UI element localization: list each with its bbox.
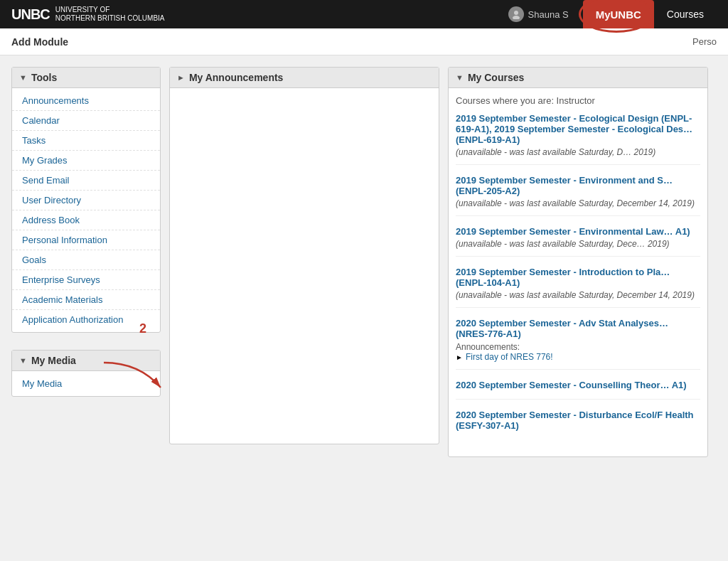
course-link-5[interactable]: 2020 September Semester - Adv Stat Analy… [456, 318, 700, 339]
logo-line1: UNIVERSITY OF [55, 6, 165, 14]
top-navigation: UNBC UNIVERSITY OF NORTHERN BRITISH COLU… [0, 0, 728, 28]
course-unavailable-4: (unavailable - was last available Saturd… [456, 290, 695, 300]
course-item-1: 2019 September Semester - Ecological Des… [456, 113, 700, 165]
tools-item-address-book[interactable]: Address Book [12, 210, 160, 230]
my-media-panel-title: My Media [31, 355, 76, 366]
tools-panel-title: Tools [31, 72, 57, 83]
course-item-5: 2020 September Semester - Adv Stat Analy… [456, 318, 700, 370]
tools-link-user-directory[interactable]: User Directory [12, 191, 160, 210]
course-unavailable-2: (unavailable - was last available Saturd… [456, 198, 695, 208]
course-link-3[interactable]: 2019 September Semester - Environmental … [456, 226, 700, 237]
tools-link-my-grades[interactable]: My Grades [12, 151, 160, 170]
tools-item-announcements[interactable]: Announcements [12, 91, 160, 111]
course-item-4: 2019 September Semester - Introduction t… [456, 267, 700, 308]
tools-item-application-authorization[interactable]: Application Authorization [12, 310, 160, 329]
announcements-body [170, 88, 439, 444]
my-media-panel-header: ▼ My Media [12, 351, 160, 371]
annotation-2-number: 2 [139, 321, 146, 336]
user-name: Shauna S [528, 9, 569, 20]
left-column: ▼ Tools Announcements Calendar Tasks My … [11, 67, 161, 397]
tools-link-announcements[interactable]: Announcements [12, 91, 160, 110]
tools-link-personal-information[interactable]: Personal Information [12, 230, 160, 250]
courses-collapse-arrow[interactable]: ▼ [456, 73, 464, 82]
course-item-6: 2020 September Semester - Counselling Th… [456, 380, 700, 400]
course-link-1[interactable]: 2019 September Semester - Ecological Des… [456, 113, 700, 145]
course-announcement-link-5[interactable]: First day of NRES 776! [466, 352, 553, 362]
main-content: ▼ Tools Announcements Calendar Tasks My … [0, 55, 728, 469]
tools-item-user-directory[interactable]: User Directory [12, 191, 160, 210]
tools-list: Announcements Calendar Tasks My Grades S… [12, 88, 160, 332]
svg-point-1 [513, 16, 520, 19]
course-link-7[interactable]: 2020 September Semester - Disturbance Ec… [456, 410, 700, 431]
tools-link-academic-materials[interactable]: Academic Materials [12, 290, 160, 309]
tools-link-application-authorization[interactable]: Application Authorization [12, 310, 160, 329]
courses-panel-header: ▼ My Courses [449, 68, 707, 88]
course-link-4[interactable]: 2019 September Semester - Introduction t… [456, 267, 700, 288]
course-item-2: 2019 September Semester - Environment an… [456, 175, 700, 216]
my-media-collapse-arrow[interactable]: ▼ [19, 356, 27, 365]
logo-acronym: UNBC [11, 6, 50, 23]
tools-item-send-email[interactable]: Send Email [12, 171, 160, 191]
tools-link-goals[interactable]: Goals [12, 250, 160, 269]
courses-body: Courses where you are: Instructor 2019 S… [449, 88, 707, 456]
course-unavailable-1: (unavailable - was last available Saturd… [456, 147, 655, 157]
nav-links: 1 MyUNBC Courses [583, 0, 717, 28]
logo-area: UNBC UNIVERSITY OF NORTHERN BRITISH COLU… [11, 6, 165, 23]
tools-panel: ▼ Tools Announcements Calendar Tasks My … [11, 67, 161, 333]
add-module-label: Add Module [11, 36, 68, 48]
tools-link-address-book[interactable]: Address Book [12, 210, 160, 230]
courses-panel-title: My Courses [468, 72, 524, 83]
my-media-wrapper: 2 ▼ My Media My Media [11, 341, 161, 397]
tools-link-tasks[interactable]: Tasks [12, 131, 160, 150]
sub-bar: Add Module Perso [0, 28, 728, 55]
logo-line2: NORTHERN BRITISH COLUMBIA [55, 14, 165, 23]
course-item-7: 2020 September Semester - Disturbance Ec… [456, 410, 700, 439]
tools-link-calendar[interactable]: Calendar [12, 111, 160, 130]
course-announcements-label-5: Announcements: [456, 342, 700, 352]
nav-myunbc[interactable]: MyUNBC [583, 0, 654, 28]
logo-text-block: UNIVERSITY OF NORTHERN BRITISH COLUMBIA [55, 6, 165, 23]
my-media-list: My Media [12, 371, 160, 396]
tools-item-academic-materials[interactable]: Academic Materials [12, 290, 160, 310]
announcements-panel-title: My Announcements [189, 72, 284, 83]
sub-bar-right-label: Perso [692, 36, 717, 47]
announcements-collapse-arrow[interactable]: ► [177, 73, 185, 82]
top-nav-right: Shauna S 1 MyUNBC Courses [508, 0, 717, 28]
svg-point-0 [514, 11, 518, 15]
tools-item-my-grades[interactable]: My Grades [12, 151, 160, 171]
tools-link-enterprise-surveys[interactable]: Enterprise Surveys [12, 270, 160, 289]
user-info: Shauna S [508, 6, 569, 22]
tools-panel-header: ▼ Tools [12, 68, 160, 88]
announcements-panel-header: ► My Announcements [170, 68, 439, 88]
course-link-2[interactable]: 2019 September Semester - Environment an… [456, 175, 700, 196]
tools-collapse-arrow[interactable]: ▼ [19, 73, 27, 82]
tools-item-tasks[interactable]: Tasks [12, 131, 160, 151]
my-media-link[interactable]: My Media [12, 374, 160, 393]
my-media-panel: ▼ My Media My Media [11, 350, 161, 397]
nav-courses[interactable]: Courses [654, 0, 717, 28]
tools-link-send-email[interactable]: Send Email [12, 171, 160, 190]
courses-instructor-label: Courses where you are: Instructor [456, 95, 700, 106]
course-unavailable-3: (unavailable - was last available Saturd… [456, 239, 670, 249]
announcement-chevron-icon: ► [456, 353, 463, 361]
user-avatar-icon [508, 6, 524, 22]
courses-panel: ▼ My Courses Courses where you are: Inst… [448, 67, 708, 457]
my-media-item[interactable]: My Media [12, 374, 160, 393]
tools-item-goals[interactable]: Goals [12, 250, 160, 270]
announcements-panel: ► My Announcements [169, 67, 439, 444]
tools-item-calendar[interactable]: Calendar [12, 111, 160, 131]
course-item-3: 2019 September Semester - Environmental … [456, 226, 700, 257]
course-link-6[interactable]: 2020 September Semester - Counselling Th… [456, 380, 700, 390]
tools-item-enterprise-surveys[interactable]: Enterprise Surveys [12, 270, 160, 290]
tools-item-personal-information[interactable]: Personal Information [12, 230, 160, 250]
